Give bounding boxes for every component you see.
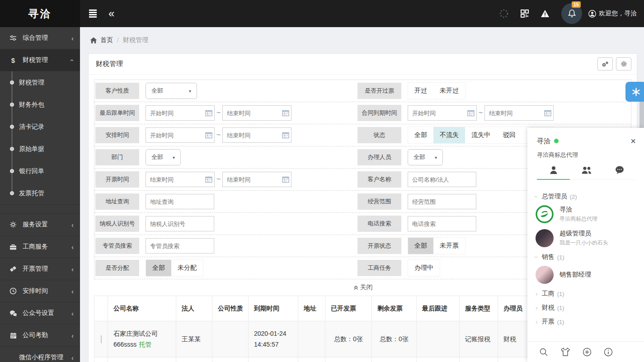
- double-chevron-up-icon: [353, 285, 359, 291]
- chip-option-selected[interactable]: 不流失: [433, 127, 465, 143]
- taxpayer-id-input[interactable]: [146, 216, 214, 231]
- submenu-item-original-documents[interactable]: 原始单据: [0, 138, 80, 160]
- sidebar-item-general-management[interactable]: 综合管理 ‹: [0, 27, 80, 49]
- contact-item[interactable]: 销售部经理: [536, 266, 637, 284]
- group-header-business[interactable]: › 工商 (1): [536, 290, 637, 298]
- col-header: 公司名称: [108, 296, 176, 321]
- sidebar-item-official-account[interactable]: 公众号设置 ‹: [0, 302, 80, 324]
- welcome-text: 欢迎您，寻洽: [599, 9, 637, 18]
- chip-option-selected[interactable]: 全部: [146, 260, 171, 276]
- qr-code-icon[interactable]: [521, 9, 529, 18]
- customer-type-select[interactable]: 全部 ▾: [146, 83, 197, 99]
- info-icon[interactable]: [604, 348, 613, 357]
- quick-actions-fab[interactable]: [625, 82, 644, 102]
- filter-label: 客户性质: [95, 83, 139, 99]
- phone-search-input[interactable]: [408, 216, 476, 231]
- calendar-icon: [9, 332, 17, 339]
- col-header: 服务类型: [460, 296, 498, 321]
- dollar-icon: $: [9, 56, 17, 64]
- tshirt-icon[interactable]: [560, 348, 570, 356]
- sidebar-item-service-settings[interactable]: 服务设置 ‹: [0, 214, 80, 236]
- tab-conversations[interactable]: [603, 165, 636, 179]
- filter-label: 开票状态: [357, 238, 401, 254]
- sidebar-item-mini-program[interactable]: 微信小程序管理 ‹: [0, 347, 80, 362]
- chip-option[interactable]: 办理中: [408, 260, 440, 276]
- group-header-sales[interactable]: › 销售 (1): [536, 253, 637, 261]
- app-logo: 寻洽: [0, 0, 80, 27]
- customer-name-input[interactable]: [408, 172, 476, 187]
- supervisor-search-input[interactable]: [146, 238, 214, 254]
- col-header: 已开发票: [325, 296, 372, 321]
- col-header: 地址: [298, 296, 325, 321]
- sidebar-item-finance-tax[interactable]: $ 财税管理 ‹: [0, 49, 80, 71]
- address-cell: [298, 321, 325, 357]
- people-icon: [581, 165, 592, 174]
- invoice-time-end-input[interactable]: [222, 172, 291, 187]
- group-header-admins[interactable]: › 总管理员 (2): [536, 193, 637, 201]
- group-header-invoicing[interactable]: › 开票 (1): [536, 318, 637, 326]
- user-menu[interactable]: 欢迎您，寻洽: [588, 9, 637, 18]
- close-icon[interactable]: ×: [630, 136, 636, 146]
- filter-row: 最后跟单时间 ~ 合同到期时间: [94, 102, 631, 124]
- schedule-end-input[interactable]: [222, 127, 291, 143]
- ticket-icon: [9, 265, 17, 273]
- col-header: 法人: [176, 296, 212, 321]
- contact-item[interactable]: 超级管理员 我是一只小小的石头: [536, 229, 637, 247]
- page-scrollbar[interactable]: [639, 100, 644, 131]
- sidebar-item-invoicing-management[interactable]: 开票管理 ‹: [0, 258, 80, 280]
- submenu-item-invoice-custody[interactable]: 发票托管: [0, 182, 80, 204]
- notifications-button[interactable]: 15: [561, 3, 582, 24]
- group-header-finance[interactable]: › 财税 (1): [536, 304, 637, 312]
- add-icon[interactable]: [583, 348, 592, 357]
- collapse-menu-icon[interactable]: «: [108, 9, 114, 18]
- tab-contacts[interactable]: [537, 165, 570, 180]
- chevron-down-icon: ›: [533, 256, 540, 259]
- sidebar-item-schedule-time[interactable]: 安排时间 ‹: [0, 280, 80, 302]
- settings-gears-button[interactable]: [597, 57, 613, 71]
- business-scope-input[interactable]: [408, 194, 476, 209]
- chip-option[interactable]: 未开票: [433, 238, 465, 254]
- business-task-chips: 办理中: [408, 259, 440, 277]
- address-search-input[interactable]: [146, 194, 214, 209]
- contact-item[interactable]: 寻洽 寻洽商标总代理: [536, 205, 637, 223]
- schedule-start-input[interactable]: [146, 127, 215, 143]
- brand-logo-avatar: [536, 205, 554, 223]
- contract-expire-end-input[interactable]: [484, 105, 554, 121]
- breadcrumb-home-link[interactable]: 首页: [90, 36, 113, 44]
- sidebar-toggle-icon[interactable]: [89, 9, 97, 18]
- sidebar-item-business-services[interactable]: 工商服务 ‹: [0, 236, 80, 258]
- tab-groups[interactable]: [570, 165, 603, 179]
- home-icon: [90, 37, 97, 44]
- chip-option[interactable]: 流失中: [465, 127, 497, 143]
- sidebar-submenu-finance: 财税管理 财务外包 清卡记录 原始单据 银行回单 发票托管: [0, 71, 80, 205]
- company-name-cell: 石家庄测试公司 666ssss托管: [108, 321, 176, 357]
- avatar: [536, 266, 554, 284]
- handler-select[interactable]: 全部 ▾: [408, 149, 443, 165]
- invoice-time-start-input[interactable]: [146, 172, 215, 187]
- submenu-item-finance-outsourcing[interactable]: 财务外包: [0, 94, 80, 116]
- top-navbar: 寻洽 « 15 欢迎您，寻洽: [0, 0, 644, 27]
- department-select[interactable]: 全部 ▾: [146, 149, 181, 165]
- settings-gear-button[interactable]: [616, 57, 631, 71]
- chip-option[interactable]: 未分配: [171, 260, 203, 276]
- wechat-icon: [9, 310, 17, 317]
- chip-option[interactable]: 全部: [408, 127, 433, 143]
- chat-tabs: [537, 165, 636, 180]
- submenu-item-finance-tax[interactable]: 财税管理: [0, 71, 80, 94]
- search-icon[interactable]: [539, 348, 548, 357]
- spinner-icon[interactable]: [499, 9, 509, 19]
- row-checkbox[interactable]: [101, 335, 102, 343]
- chip-option[interactable]: 开过: [408, 83, 433, 99]
- briefcase-icon: [9, 244, 17, 250]
- chevron-down-icon: ▾: [435, 155, 437, 160]
- contract-expire-start-input[interactable]: [408, 105, 477, 121]
- chip-option[interactable]: 未开过: [433, 83, 465, 99]
- last-follow-end-input[interactable]: [222, 105, 291, 121]
- chip-option[interactable]: 驳回: [497, 127, 522, 143]
- submenu-item-card-clearing[interactable]: 清卡记录: [0, 116, 80, 138]
- last-follow-start-input[interactable]: [146, 105, 215, 121]
- submenu-item-bank-receipts[interactable]: 银行回单: [0, 160, 80, 182]
- chip-option-selected[interactable]: 全部: [408, 238, 433, 254]
- sidebar-item-company-attendance[interactable]: 公司考勤 ‹: [0, 324, 80, 347]
- warning-icon[interactable]: [541, 9, 550, 18]
